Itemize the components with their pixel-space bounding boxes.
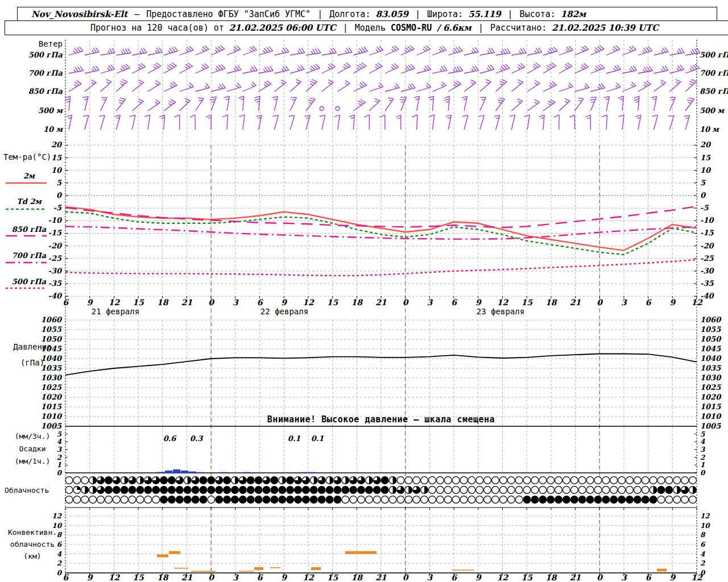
cloud-half — [188, 477, 191, 484]
date-label-feb23: 23 февраля — [461, 307, 540, 316]
cloud-cover-symbol — [689, 477, 697, 484]
temp-tick-label-left: 0 — [56, 191, 63, 199]
pressure-tick-label-right: 1040 — [700, 354, 722, 363]
cloud-cover-symbol — [255, 487, 262, 494]
wind-barb-feather — [462, 115, 468, 117]
wind-barb-feather — [267, 66, 271, 71]
wind-barb-feather — [255, 96, 260, 98]
cloud-cover-symbol — [152, 487, 160, 494]
wind-barb-feather — [119, 102, 122, 103]
hour-label-bottom: 18 — [545, 573, 557, 582]
temp-tick-label-right: -40 — [700, 292, 714, 300]
wind-barb-feather — [215, 50, 218, 52]
hour-label-bottom: 15 — [133, 573, 144, 582]
cloud-cover-symbol — [563, 487, 570, 494]
wind-barb-feather — [156, 48, 160, 53]
wind-barb-feather — [578, 98, 584, 99]
cloud-cover-symbol — [492, 496, 499, 504]
wind-barb-feather — [346, 63, 350, 66]
wind-barb-shaft — [385, 67, 399, 73]
cloud-cover-symbol — [634, 487, 641, 494]
wind-barb-feather — [301, 48, 305, 53]
wind-barb-feather — [471, 51, 474, 53]
hour-label-bottom: 3 — [427, 573, 433, 582]
wind-barb-feather — [634, 99, 639, 101]
wind-barb-feather — [328, 67, 330, 69]
wind-barb-shaft — [559, 101, 570, 111]
wind-barb-feather — [138, 102, 141, 103]
wind-barb-shaft — [85, 115, 89, 130]
cloud-cover-symbol — [578, 487, 586, 494]
cloud-cover-symbol — [570, 477, 578, 484]
cloud-cover-symbol — [610, 477, 618, 484]
cloud-cover-symbol — [436, 487, 444, 494]
wind-barb-feather — [535, 102, 537, 104]
cloud-cover-symbol — [105, 487, 113, 494]
cloud-cover-symbol — [129, 496, 136, 504]
wind-barb-feather — [565, 99, 570, 101]
wind-barb-feather — [297, 68, 300, 71]
wind-barb-feather — [631, 85, 633, 87]
pressure-tick-label-left: 1030 — [41, 373, 63, 382]
hour-label-bottom: 9 — [87, 573, 93, 582]
wind-barb-feather — [548, 103, 551, 105]
wind-barb-feather — [549, 85, 552, 88]
wind-barb-feather — [518, 82, 521, 84]
cloud-cover-symbol — [586, 487, 594, 494]
cloud-cover-symbol — [413, 477, 420, 484]
wind-barb-feather — [595, 68, 597, 70]
cloud-cover-symbol — [602, 477, 610, 484]
wind-barb-shaft — [369, 101, 380, 111]
wind-barb-shaft — [132, 82, 143, 92]
cloud-cover-symbol — [555, 477, 562, 484]
hour-label-bottom: 9 — [669, 573, 676, 582]
wind-barb-feather — [75, 67, 78, 72]
hour-label-bottom: 3 — [233, 573, 239, 582]
wind-barb-feather — [241, 99, 244, 100]
wind-barb-feather — [634, 96, 639, 98]
wind-barb-feather — [568, 63, 572, 66]
cloud-cover-symbol — [594, 487, 602, 494]
cloud-cover-symbol — [231, 487, 239, 494]
wind-barb-feather — [444, 66, 447, 70]
wind-barb-feather — [536, 48, 539, 53]
wind-barb-feather — [550, 82, 555, 86]
cloud-cover-symbol — [287, 487, 294, 494]
precip-unit-1h: (мм/1ч.) — [2, 457, 63, 465]
wind-barb-feather — [159, 48, 162, 52]
wind-barb-feather — [471, 69, 474, 72]
wind-barb-feather — [661, 69, 664, 72]
cloud-cover-symbol — [176, 496, 183, 504]
wind-barb-feather — [186, 64, 191, 68]
hour-label-mid: 18 — [157, 298, 169, 307]
wind-barb-shaft — [464, 52, 478, 55]
wind-barb-feather — [198, 98, 204, 99]
wind-barb-shaft — [543, 51, 557, 55]
hour-label-mid: 9 — [475, 298, 482, 307]
wind-barb-shaft — [448, 70, 463, 73]
wind-barb-shaft — [417, 49, 431, 55]
cloud-cover-symbol — [216, 496, 223, 504]
cloud-cover-symbol — [492, 477, 499, 484]
convective-bar — [157, 555, 168, 558]
temp-tick-label-right: -10 — [700, 216, 714, 225]
wind-barb-feather — [694, 49, 697, 53]
temp-tick-label-right: 10 — [700, 166, 712, 174]
wind-barb-feather — [91, 80, 96, 82]
wind-barb-feather — [144, 115, 150, 117]
cloud-cover-symbol — [231, 496, 239, 504]
wind-barb-feather — [547, 68, 549, 69]
cloud-cover-symbol — [500, 487, 507, 494]
wind-barb-shaft — [685, 53, 700, 55]
wind-barb-feather — [154, 66, 156, 69]
cloud-cover-symbol — [350, 496, 357, 504]
wind-barb-feather — [310, 68, 312, 70]
wind-barb-feather — [444, 99, 449, 101]
wind-barb-shaft — [338, 84, 350, 92]
wind-barb-feather — [585, 86, 587, 89]
cloud-cover-symbol — [326, 487, 333, 494]
pressure-tick-label-right: 1035 — [700, 364, 721, 372]
cloud-cover-symbol — [586, 496, 594, 504]
cloud-cover-symbol — [113, 487, 120, 494]
cloud-cover-symbol — [168, 487, 176, 494]
